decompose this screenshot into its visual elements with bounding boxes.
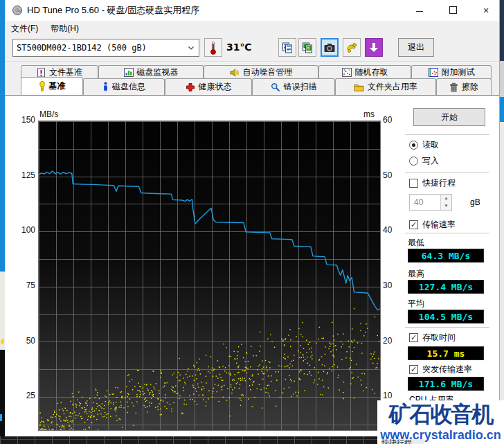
folder-icon	[354, 83, 364, 91]
tab-folder-usage[interactable]: 文件夹占用率	[335, 78, 436, 95]
burst-rate-label: 突发传输速率	[422, 364, 472, 375]
copy-image-button[interactable]	[298, 38, 316, 57]
right-tick-label: 30	[383, 281, 392, 290]
tab-label: 擦除	[462, 81, 478, 93]
benchmark-bulb-icon	[39, 81, 46, 91]
burst-rate-value: 171.6 MB/s	[408, 377, 484, 391]
drive-select[interactable]: ST500DM002-1BD142 (500 gB)	[12, 39, 199, 57]
right-axis-unit: ms	[363, 109, 375, 119]
file-benchmark-icon	[37, 68, 46, 78]
left-tick-label: 125	[15, 170, 35, 180]
short-stroke-value: 40	[414, 197, 423, 207]
divider	[405, 233, 489, 236]
divider	[405, 172, 489, 175]
write-radio[interactable]: 写入	[409, 155, 439, 167]
tab-benchmark[interactable]: 基准	[21, 77, 83, 95]
tab-label: 自动噪音管理	[243, 66, 293, 78]
save-screenshot-button[interactable]	[365, 38, 383, 57]
tab-erase[interactable]: 擦除	[436, 78, 492, 95]
short-stroke-stepper[interactable]: 40 ▲ ▼	[409, 194, 452, 211]
stepper-down-icon[interactable]: ▼	[441, 202, 451, 210]
tab-label: 附加测试	[442, 66, 475, 78]
divider	[405, 327, 489, 330]
access-time-checkbox[interactable]: ✓ 存取时间	[409, 332, 456, 344]
title-bar[interactable]: HD Tune Pro 5.60 - 硬盘/固态硬盘实用程序 ×	[5, 0, 499, 21]
tab-label: 磁盘监视器	[137, 66, 179, 78]
left-tick-label: 150	[15, 115, 35, 125]
right-tick-label: 10	[383, 391, 392, 400]
watermark: 矿石收音机 www.crystalradio.cn 快捷行程	[377, 400, 504, 444]
menu-bar: 文件(F) 帮助(H)	[5, 21, 499, 36]
burst-rate-checkbox[interactable]: ✓ 突发传输速率	[409, 364, 472, 375]
max-value: 127.4 MB/s	[408, 280, 484, 294]
write-radio-label: 写入	[422, 155, 439, 167]
tab-error-scan[interactable]: 错误扫描	[252, 78, 335, 95]
tab-health[interactable]: 健康状态	[165, 78, 252, 95]
background-window-right-top	[500, 0, 504, 61]
start-button[interactable]: 开始	[413, 108, 485, 126]
options-hand-icon	[345, 42, 358, 54]
background-text-fragment: 快捷行程	[381, 439, 424, 444]
chevron-down-icon	[188, 46, 194, 50]
exit-button[interactable]: 退出	[398, 38, 434, 57]
copy-text-icon	[281, 42, 294, 54]
radio-dot	[409, 141, 418, 150]
save-screenshot-icon	[368, 42, 379, 54]
access-time-label: 存取时间	[422, 332, 456, 344]
divider	[405, 134, 489, 137]
read-radio[interactable]: 读取	[409, 139, 439, 151]
extra-tests-icon	[429, 68, 438, 77]
menu-file[interactable]: 文件(F)	[5, 21, 44, 36]
tab-label: 健康状态	[199, 81, 232, 93]
tab-aam[interactable]: 自动噪音管理	[204, 65, 318, 79]
thermometer-icon	[209, 41, 217, 55]
left-tick-label: 25	[15, 391, 35, 400]
background-window-right-blue	[500, 97, 504, 122]
checkbox-box: ✓	[409, 333, 418, 342]
screenshot-button[interactable]	[321, 38, 339, 57]
left-tick-label: 75	[15, 281, 35, 290]
copy-image-icon	[301, 42, 314, 54]
avg-label: 平均	[408, 298, 424, 310]
minimize-button[interactable]	[412, 5, 427, 16]
chart-canvas	[39, 121, 380, 430]
options-button[interactable]	[343, 38, 361, 57]
checkbox-box: ✓	[409, 220, 418, 229]
right-tick-label: 60	[383, 115, 392, 125]
temperature-value: 31℃	[226, 42, 251, 53]
min-label: 最低	[408, 237, 424, 249]
access-time-value: 15.7 ms	[408, 346, 484, 360]
avg-value: 104.5 MB/s	[408, 310, 484, 323]
random-access-icon	[342, 68, 352, 77]
stepper-arrows[interactable]: ▲ ▼	[440, 195, 451, 210]
speaker-icon	[230, 68, 240, 78]
read-radio-label: 读取	[422, 139, 439, 151]
tab-disk-monitor[interactable]: 磁盘监视器	[98, 65, 204, 79]
tab-label: 基准	[49, 80, 66, 92]
left-axis-unit: MB/s	[39, 109, 58, 119]
tab-extra-tests[interactable]: 附加测试	[411, 65, 492, 79]
min-value: 64.3 MB/s	[408, 249, 484, 263]
tab-random-access[interactable]: 随机存取	[318, 65, 411, 79]
toolbar: ST500DM002-1BD142 (500 gB) 31℃	[5, 36, 499, 62]
right-tick-label: 40	[383, 225, 392, 235]
tab-disk-info[interactable]: 磁盘信息	[83, 78, 165, 95]
app-icon	[12, 5, 23, 16]
temperature-button[interactable]	[204, 38, 222, 57]
trash-icon	[449, 82, 458, 92]
stepper-up-icon[interactable]: ▲	[441, 195, 451, 202]
left-tick-label: 50	[15, 336, 35, 346]
background-bulb-fragment-icon	[1, 339, 4, 344]
transfer-rate-checkbox[interactable]: ✓ 传输速率	[409, 219, 456, 231]
benchmark-chart	[38, 121, 381, 431]
short-stroke-checkbox[interactable]: 快捷行程	[409, 177, 456, 189]
menu-help[interactable]: 帮助(H)	[44, 21, 85, 36]
tab-label: 随机存取	[355, 66, 388, 78]
maximize-button[interactable]	[445, 5, 460, 16]
close-button[interactable]: ×	[478, 5, 494, 16]
copy-text-button[interactable]	[278, 38, 296, 57]
benchmark-pane: MB/s ms 150125100755025 605040302010 开始 …	[5, 95, 499, 436]
radio-dot	[409, 157, 418, 166]
right-tick-label: 20	[383, 336, 392, 346]
short-stroke-label: 快捷行程	[422, 177, 456, 189]
